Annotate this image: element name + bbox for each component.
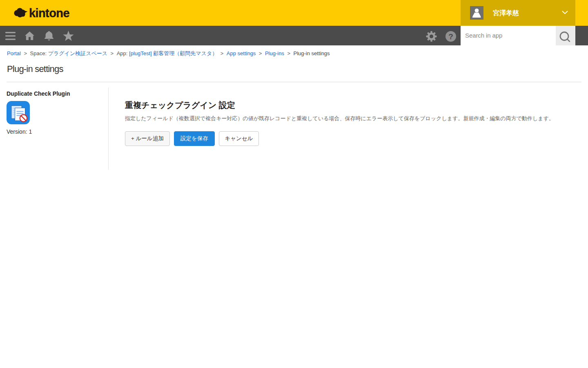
svg-text:?: ? <box>448 32 453 41</box>
